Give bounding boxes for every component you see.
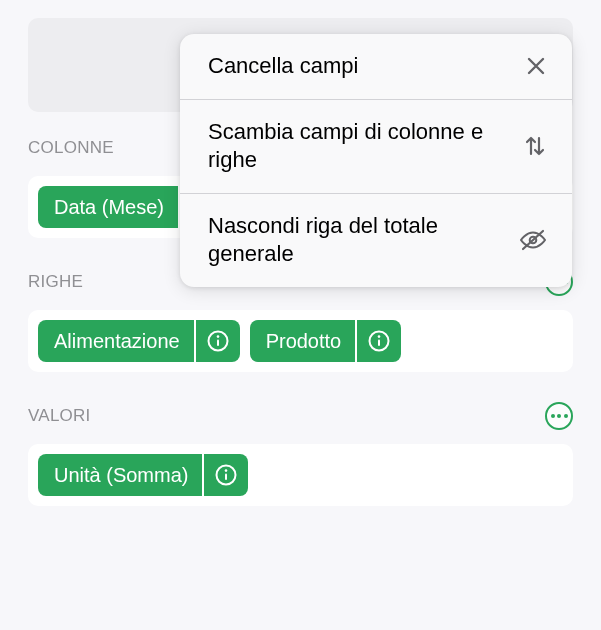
popover-item-cancella-campi[interactable]: Cancella campi xyxy=(180,34,572,99)
valori-chips-container: Unità (Somma) xyxy=(28,444,573,506)
svg-rect-8 xyxy=(378,340,380,347)
chip-label: Prodotto xyxy=(250,320,356,362)
popover-item-label: Nascondi riga del totale generale xyxy=(208,212,512,269)
context-popover: Cancella campi Scambia campi di colonne … xyxy=(180,34,572,287)
popover-item-nascondi[interactable]: Nascondi riga del totale generale xyxy=(180,194,572,287)
svg-point-4 xyxy=(216,335,219,338)
svg-rect-5 xyxy=(217,340,219,347)
popover-item-scambia[interactable]: Scambia campi di colonne e righe xyxy=(180,100,572,193)
svg-point-7 xyxy=(378,335,381,338)
righe-chips-container: Alimentazione Prodotto xyxy=(28,310,573,372)
valori-more-button[interactable] xyxy=(545,402,573,430)
chip-label: Alimentazione xyxy=(38,320,194,362)
popover-item-label: Scambia campi di colonne e righe xyxy=(208,118,512,175)
svg-point-10 xyxy=(225,469,228,472)
more-icon xyxy=(551,414,568,418)
eye-off-icon xyxy=(512,229,548,251)
section-label-valori: VALORI xyxy=(28,406,91,426)
info-icon[interactable] xyxy=(196,320,240,362)
info-icon[interactable] xyxy=(357,320,401,362)
chip-prodotto[interactable]: Prodotto xyxy=(250,320,402,362)
info-icon[interactable] xyxy=(204,454,248,496)
svg-line-13 xyxy=(523,231,543,249)
chip-alimentazione[interactable]: Alimentazione xyxy=(38,320,240,362)
section-label-colonne: COLONNE xyxy=(28,138,114,158)
close-icon xyxy=(512,54,548,78)
chip-label: Data (Mese) xyxy=(38,186,178,228)
swap-icon xyxy=(512,133,548,159)
svg-rect-11 xyxy=(225,474,227,481)
popover-item-label: Cancella campi xyxy=(208,52,512,81)
chip-unita-somma[interactable]: Unità (Somma) xyxy=(38,454,248,496)
section-label-righe: RIGHE xyxy=(28,272,83,292)
chip-label: Unità (Somma) xyxy=(38,454,202,496)
